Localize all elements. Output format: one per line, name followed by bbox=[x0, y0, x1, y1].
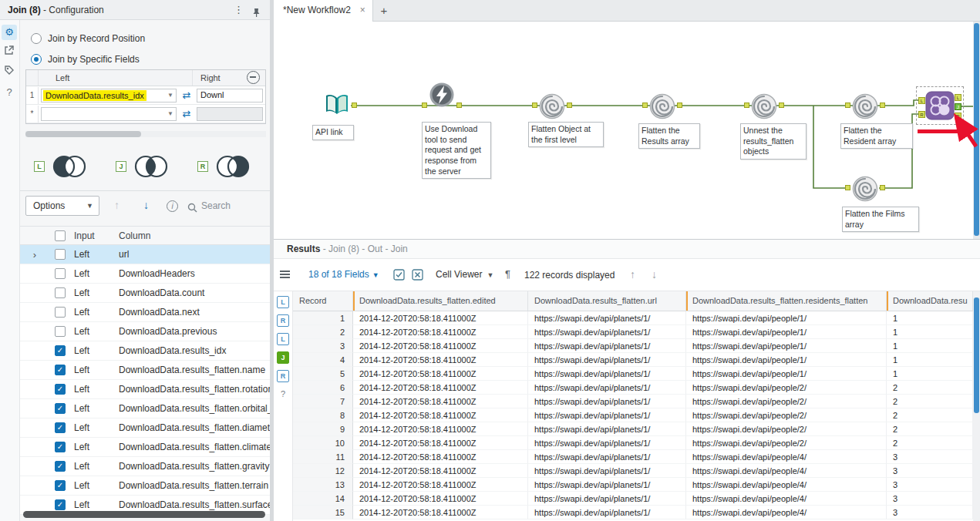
tool-api-link[interactable] bbox=[323, 91, 352, 120]
radio-join-by-record-position[interactable]: Join by Record Position bbox=[31, 32, 145, 45]
anchor[interactable] bbox=[880, 185, 885, 190]
field-grid-hscrollbar[interactable] bbox=[20, 511, 270, 519]
tool-label-api-link[interactable]: API link bbox=[312, 125, 354, 140]
anchor[interactable] bbox=[744, 103, 749, 108]
field-checkbox[interactable]: ✓ bbox=[55, 403, 66, 414]
vscrollbar-thumb[interactable] bbox=[974, 297, 979, 413]
anchor[interactable] bbox=[642, 103, 648, 108]
tool-flatten-films[interactable] bbox=[851, 175, 881, 204]
anchor[interactable] bbox=[456, 103, 462, 108]
info-icon[interactable]: i bbox=[167, 200, 178, 212]
anchor[interactable] bbox=[422, 103, 427, 108]
input-column-header[interactable]: Input bbox=[71, 230, 116, 241]
results-row-14[interactable]: 142014-12-20T20:58:18.411000Zhttps://swa… bbox=[293, 492, 973, 506]
results-row-11[interactable]: 112014-12-20T20:58:18.411000Zhttps://swa… bbox=[293, 450, 973, 464]
field-row-DownloadData.results_flatten.terrain[interactable]: ✓LeftDownloadData.results_flatten.terrai… bbox=[20, 476, 270, 496]
tool-label-flatten-results[interactable]: Flatten the Results array bbox=[638, 123, 700, 149]
anchor[interactable] bbox=[845, 185, 850, 190]
results-column-header-4[interactable]: DownloadData.resu bbox=[887, 291, 973, 311]
anchor[interactable] bbox=[880, 103, 885, 108]
hscrollbar-thumb[interactable] bbox=[23, 511, 265, 518]
results-row-4[interactable]: 42014-12-20T20:58:18.411000Zhttps://swap… bbox=[293, 353, 973, 367]
workflow-canvas[interactable]: API linkUse Download tool to send reques… bbox=[274, 22, 973, 239]
field-checkbox[interactable] bbox=[55, 326, 66, 337]
swap-fields-icon[interactable]: ⇄ bbox=[177, 108, 197, 119]
fields-dropdown[interactable]: 18 of 18 Fields▼ bbox=[308, 269, 379, 280]
results-row-2[interactable]: 22014-12-20T20:58:18.411000Zhttps://swap… bbox=[293, 325, 973, 339]
vscrollbar-thumb[interactable] bbox=[974, 23, 979, 236]
pin-icon[interactable] bbox=[252, 5, 261, 25]
field-checkbox[interactable]: ✓ bbox=[55, 499, 66, 510]
tool-flatten-resident[interactable] bbox=[851, 92, 881, 122]
row-expander-icon[interactable]: › bbox=[20, 249, 49, 260]
column-column-header[interactable]: Column bbox=[116, 230, 270, 241]
tool-label-flatten-films[interactable]: Flatten the Films array bbox=[842, 207, 919, 232]
output-toggle-join[interactable]: J bbox=[116, 153, 172, 180]
anchor-L[interactable]: L bbox=[918, 97, 925, 104]
menu-icon[interactable] bbox=[280, 271, 290, 280]
field-checkbox[interactable]: ✓ bbox=[55, 480, 66, 491]
tool-flatten-object[interactable] bbox=[538, 92, 567, 122]
tool-label-flatten-object[interactable]: Flatten Object at the first level bbox=[528, 122, 604, 147]
field-row-DownloadData.previous[interactable]: LeftDownloadData.previous bbox=[20, 322, 270, 341]
results-column-header-2[interactable]: DownloadData.results_flatten.url bbox=[528, 291, 686, 311]
field-checkbox[interactable]: ✓ bbox=[55, 461, 66, 472]
field-row-DownloadData.results_flatten.gravity[interactable]: ✓LeftDownloadData.results_flatten.gravit… bbox=[20, 457, 270, 476]
remove-join-row-button[interactable] bbox=[247, 71, 260, 84]
field-row-DownloadData.results_flatten.rotation_[interactable]: ✓LeftDownloadData.results_flatten.rotati… bbox=[20, 380, 270, 399]
select-all-checkbox[interactable] bbox=[55, 230, 66, 241]
close-tab-icon[interactable]: × bbox=[360, 0, 365, 21]
chevron-down-icon[interactable]: ▼ bbox=[167, 110, 173, 117]
tag-icon[interactable] bbox=[2, 65, 17, 80]
field-row-DownloadData.next[interactable]: LeftDownloadData.next bbox=[20, 303, 270, 322]
select-all-fields-icon[interactable] bbox=[393, 269, 405, 284]
radio-circle-icon[interactable] bbox=[31, 33, 42, 44]
results-row-5[interactable]: 52014-12-20T20:58:18.411000Zhttps://swap… bbox=[293, 367, 973, 381]
anchor[interactable] bbox=[532, 103, 537, 108]
results-column-header-3[interactable]: DownloadData.results_flatten.residents_f… bbox=[686, 291, 887, 311]
right-field-dropdown-empty[interactable] bbox=[197, 107, 263, 121]
results-anchor-help-?[interactable]: ? bbox=[277, 388, 289, 401]
options-dropdown[interactable]: Options ▼ bbox=[25, 196, 99, 216]
field-checkbox[interactable] bbox=[55, 307, 66, 318]
move-down-icon[interactable]: ↓ bbox=[143, 199, 149, 211]
anchor[interactable] bbox=[352, 103, 357, 108]
results-row-15[interactable]: 152014-12-20T20:58:18.411000Zhttps://swa… bbox=[293, 506, 973, 519]
field-checkbox[interactable]: ✓ bbox=[55, 422, 66, 433]
field-row-DownloadData.results_idx[interactable]: ✓LeftDownloadData.results_idx bbox=[20, 341, 270, 361]
tool-label-unnest[interactable]: Unnest the results_flatten objects bbox=[740, 123, 807, 160]
hscrollbar-thumb[interactable] bbox=[25, 131, 141, 137]
results-anchor-output-L[interactable]: L bbox=[277, 333, 289, 345]
results-anchor-output-R[interactable]: R bbox=[277, 370, 289, 382]
left-field-dropdown[interactable]: DownloadData.results_idx ▼ bbox=[41, 89, 177, 103]
anchor-R[interactable]: R bbox=[955, 113, 961, 119]
radio-join-by-specific-fields[interactable]: Join by Specific Fields bbox=[31, 53, 140, 66]
field-checkbox[interactable] bbox=[55, 249, 66, 260]
results-column-header-1[interactable]: DownloadData.results_flatten.edited bbox=[353, 291, 528, 311]
swap-fields-icon[interactable]: ⇄ bbox=[177, 89, 197, 101]
tab-new-workflow2[interactable]: *New Workflow2 × bbox=[274, 0, 373, 22]
right-field-dropdown[interactable]: Downl bbox=[197, 89, 263, 103]
results-anchor-output-J[interactable]: J bbox=[277, 351, 289, 364]
field-checkbox[interactable] bbox=[55, 287, 66, 298]
results-anchor-input-L[interactable]: L bbox=[277, 296, 289, 308]
field-checkbox[interactable]: ✓ bbox=[55, 365, 66, 375]
gear-icon[interactable]: ⚙ bbox=[2, 25, 17, 40]
results-row-1[interactable]: 12014-12-20T20:58:18.411000Zhttps://swap… bbox=[293, 311, 973, 325]
anchor-L[interactable]: L bbox=[955, 94, 961, 101]
results-row-3[interactable]: 32014-12-20T20:58:18.411000Zhttps://swap… bbox=[293, 339, 973, 353]
field-row-DownloadData.results_flatten.orbital_p[interactable]: ✓LeftDownloadData.results_flatten.orbita… bbox=[20, 399, 270, 418]
deselect-all-fields-icon[interactable] bbox=[412, 269, 423, 284]
search-input[interactable]: Search bbox=[201, 200, 231, 211]
canvas-scrollbar[interactable] bbox=[973, 22, 980, 239]
chevron-down-icon[interactable]: ▼ bbox=[167, 92, 173, 99]
results-row-13[interactable]: 132014-12-20T20:58:18.411000Zhttps://swa… bbox=[293, 478, 973, 492]
anchor[interactable] bbox=[779, 103, 784, 108]
results-anchor-input-R[interactable]: R bbox=[277, 314, 289, 327]
anchor-R[interactable]: R bbox=[918, 111, 925, 118]
results-scrollbar[interactable] bbox=[973, 291, 980, 521]
tool-download[interactable] bbox=[428, 81, 457, 110]
results-row-7[interactable]: 72014-12-20T20:58:18.411000Zhttps://swap… bbox=[293, 395, 973, 408]
results-row-10[interactable]: 102014-12-20T20:58:18.411000Zhttps://swa… bbox=[293, 436, 973, 450]
help-icon[interactable]: ? bbox=[2, 85, 17, 100]
